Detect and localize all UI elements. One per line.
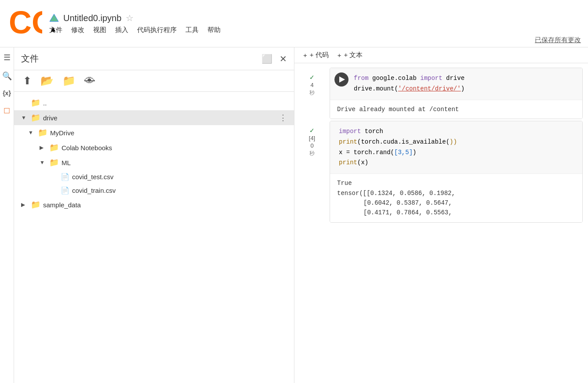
cell-1-gutter: ✓ 4 秒 (294, 68, 330, 119)
tree-item-parent[interactable]: 📁 .. (14, 95, 294, 110)
file-title-row: ▲ Untitled0.ipynb ☆ (49, 13, 221, 23)
upload-icon[interactable]: ⬆ (23, 75, 32, 87)
hide-icon[interactable]: 👁 (84, 75, 95, 87)
upload-folder-icon[interactable]: 📂 (40, 75, 54, 87)
output-tensor-1: tensor([[0.1324, 0.0586, 0.1982, (337, 188, 575, 198)
cell-2-num: 0 (310, 142, 313, 149)
cell-1: ✓ 4 秒 from google.colab import drive (294, 68, 588, 119)
file-covid-test-icon: 📄 (61, 173, 69, 181)
code-paren-4: (x) (357, 159, 368, 166)
code-paren-2: (torch.cuda.is_available( (357, 138, 450, 145)
play-icon-1 (339, 76, 345, 83)
file-panel-title: 文件 (21, 53, 256, 65)
menu-edit[interactable]: 修改 (71, 26, 84, 34)
tree-label-covid-test: covid_test.csv (72, 173, 113, 181)
cell-1-check: ✓ (309, 74, 315, 81)
tree-label-mydrive: MyDrive (50, 129, 74, 137)
expand-icon[interactable]: ⬜ (261, 54, 272, 64)
tree-item-covid-test[interactable]: 📄 covid_test.csv (14, 170, 294, 184)
menu-tools[interactable]: 工具 (185, 26, 199, 34)
file-panel: 文件 ⬜ ✕ ⬆ 📂 📁 👁 📁 .. ▼ 📁 drive (14, 47, 294, 383)
folder-drive-icon: 📁 (31, 113, 40, 123)
tree-arrow-ml: ▼ (40, 159, 47, 166)
file-covid-train-icon: 📄 (61, 186, 69, 195)
menu-file[interactable]: 文件 (49, 26, 62, 34)
code-line-2-1: import torch (339, 126, 575, 137)
add-text-button[interactable]: + + 文本 (338, 51, 363, 59)
tree-item-covid-train[interactable]: 📄 covid_train.csv (14, 184, 294, 197)
output-line-1: Drive already mounted at /content (337, 105, 575, 114)
kw-print-2: print (339, 159, 357, 166)
tree-label-covid-train: covid_train.csv (72, 187, 116, 194)
menu-view[interactable]: 视图 (93, 26, 106, 34)
svg-text:CO: CO (9, 6, 42, 40)
cell-1-output: Drive already mounted at /content (330, 100, 582, 119)
code-line-2-3: x = torch.rand([3,5]) (339, 148, 575, 158)
plus-text-icon: + (338, 51, 341, 59)
saved-status: 已保存所有更改 (535, 36, 581, 47)
files-icon[interactable]: □ (4, 105, 9, 116)
code-paren-3: ) (413, 149, 416, 156)
tree-item-colab-notebooks[interactable]: ▶ 📁 Colab Notebooks (14, 140, 294, 155)
run-button-1[interactable] (334, 72, 348, 87)
tree-arrow-colab: ▶ (40, 145, 47, 151)
code-drive-mount: drive.mount( (354, 85, 398, 92)
tree-label-ml: ML (62, 159, 71, 166)
code-line-1-2: drive.mount('/content/drive/') (354, 84, 575, 94)
tree-arrow-mydrive: ▼ (28, 130, 35, 136)
num-val-1: [3,5] (394, 149, 413, 156)
code-text-2: torch (361, 128, 383, 135)
search-icon[interactable]: 🔍 (2, 71, 12, 81)
cell-2-content: import torch print(torch.cuda.is_availab… (330, 121, 583, 223)
colab-logo[interactable]: CO (7, 6, 42, 41)
tree-item-drive[interactable]: ▼ 📁 drive ⋮ (14, 110, 294, 125)
drive-folder-icon[interactable]: 📁 (62, 75, 76, 87)
tree-arrow-sample: ▶ (21, 202, 28, 208)
variables-icon[interactable]: {x} (3, 90, 11, 97)
menu-help[interactable]: 帮助 (207, 26, 221, 34)
cell-1-content: from google.colab import drive drive.mou… (330, 68, 583, 119)
cell-1-code[interactable]: from google.colab import drive drive.mou… (330, 68, 582, 100)
tree-item-ml[interactable]: ▼ 📁 ML (14, 155, 294, 170)
cell-2-gutter: ✓ [4] 0 秒 (294, 121, 330, 223)
code-toolbar: + + 代码 + + 文本 (294, 47, 588, 63)
main: ☰ 🔍 {x} □ 文件 ⬜ ✕ ⬆ 📂 📁 👁 📁 .. (0, 47, 588, 383)
output-true: True (337, 178, 575, 188)
menu-insert[interactable]: 插入 (115, 26, 128, 34)
folder-up-icon: 📁 (31, 98, 40, 108)
tree-label-parent: .. (43, 99, 47, 107)
tree-arrow-drive: ▼ (21, 115, 28, 121)
file-panel-header: 文件 ⬜ ✕ (14, 47, 294, 70)
kw-import-2: import (339, 128, 361, 135)
file-title[interactable]: Untitled0.ipynb (63, 13, 121, 23)
title-area: ▲ Untitled0.ipynb ☆ 文件 修改 视图 插入 代码执行程序 工… (49, 13, 221, 34)
output-tensor-2: [0.6042, 0.5387, 0.5647, (337, 198, 575, 208)
code-line-1-1: from google.colab import drive (354, 73, 575, 84)
cell-1-num: 4 (310, 82, 313, 88)
menu-runtime[interactable]: 代码执行程序 (137, 26, 177, 34)
more-icon[interactable]: ⋮ (279, 113, 287, 123)
cell-2-label: [4] (309, 135, 315, 141)
folder-mydrive-icon: 📁 (38, 128, 47, 137)
code-line-2-4: print(x) (339, 158, 575, 168)
tree-item-sample-data[interactable]: ▶ 📁 sample_data (14, 197, 294, 212)
tree-item-mydrive[interactable]: ▼ 📁 MyDrive (14, 125, 294, 140)
plus-code-icon: + (303, 51, 307, 59)
add-code-button[interactable]: + + 代码 (303, 51, 329, 59)
star-icon[interactable]: ☆ (126, 13, 134, 23)
kw-import: import (420, 75, 442, 82)
sidebar-icons: ☰ 🔍 {x} □ (0, 47, 14, 383)
tree-label-sample-data: sample_data (43, 201, 81, 209)
code-text: drive (443, 75, 465, 82)
kw-from: from (354, 75, 369, 82)
close-panel-icon[interactable]: ✕ (279, 54, 287, 64)
str-content-drive: '/content/drive/' (398, 85, 461, 92)
code-paren: ) (461, 85, 465, 92)
folder-sample-icon: 📁 (31, 200, 40, 210)
hamburger-icon[interactable]: ☰ (4, 53, 11, 62)
cell-1-time: 秒 (309, 89, 315, 97)
cell-2-code[interactable]: import torch print(torch.cuda.is_availab… (330, 121, 582, 173)
code-line-2-2: print(torch.cuda.is_available()) (339, 137, 575, 148)
code-x: x = torch.rand( (339, 149, 394, 156)
code-panel: + + 代码 + + 文本 ✓ 4 秒 (294, 47, 588, 383)
